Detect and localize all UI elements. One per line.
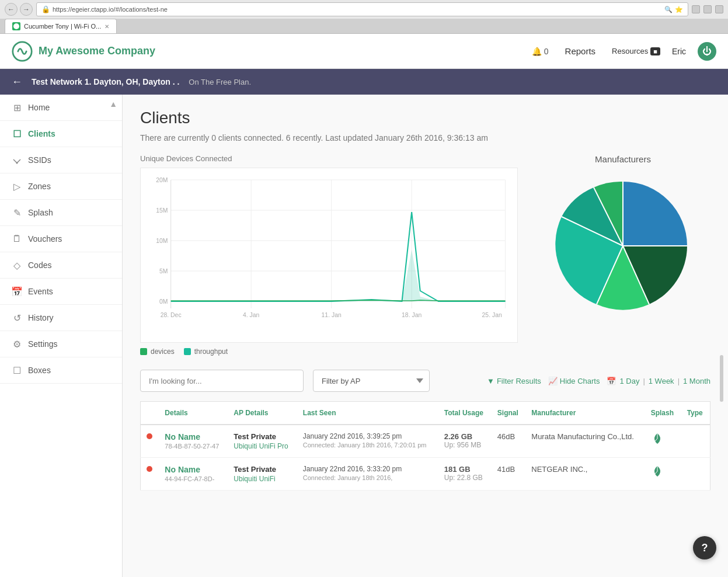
sidebar-collapse-button[interactable]: ▲ [109,99,117,109]
sidebar-item-clients[interactable]: ☐ Clients [0,121,122,147]
sidebar: ▲ ⊞ Home ☐ Clients SSIDs ▷ Zones ✎ Splas… [0,95,123,577]
page-title: Clients [140,109,710,127]
tab-favicon [12,22,20,30]
col-ap-details: AP Details [228,402,297,425]
search-input[interactable] [140,370,304,392]
tab-close-icon[interactable]: ✕ [105,23,109,30]
home-icon: ⊞ [12,102,22,113]
sidebar-item-settings[interactable]: ⚙ Settings [0,331,122,357]
active-tab[interactable]: Cucumber Tony | Wi-Fi O... ✕ [5,19,117,33]
bell-icon: 🔔 [532,47,542,56]
sidebar-item-home[interactable]: ⊞ Home [0,95,122,121]
filter-results-label: Filter Results [497,377,541,385]
status-dot [147,433,152,439]
scrollbar[interactable] [720,355,723,402]
svg-text:11. Jan: 11. Jan [322,312,342,318]
type-cell [681,425,710,458]
svg-text:18. Jan: 18. Jan [402,312,422,318]
browser-chrome: ← → 🔒 https://egeier.ctapp.io/#/location… [0,0,728,34]
sidebar-item-events[interactable]: 📅 Events [0,279,122,305]
power-button[interactable]: ⏻ [698,42,716,61]
hide-charts-label: Hide Charts [560,377,600,385]
sidebar-item-codes[interactable]: ◇ Codes [0,252,122,279]
status-cell [141,425,159,458]
svg-text:5M: 5M [159,268,168,274]
url-text: https://egeier.ctapp.io/#/locations/test… [53,6,662,13]
sub-header: ← Test Network 1. Dayton, OH, Dayton . .… [0,69,728,95]
time-1month[interactable]: 1 Month [683,377,710,385]
browser-titlebar: ← → 🔒 https://egeier.ctapp.io/#/location… [0,0,728,19]
resources-link[interactable]: Resources ■ [612,47,660,55]
table-row: No Name 78-4B-87-50-27-47 Test Private U… [141,425,710,458]
ap-filter-select[interactable]: Filter by AP [313,370,430,392]
forward-button[interactable]: → [20,3,33,16]
splash-icon: ✎ [12,207,22,218]
page-subtitle: There are currently 0 clients connected.… [140,133,710,142]
sidebar-item-label: Boxes [28,366,51,375]
back-button[interactable]: ← [5,3,18,16]
chart-label: Unique Devices Connected [140,154,518,163]
main-content: Clients There are currently 0 clients co… [123,95,728,577]
bell-notification[interactable]: 🔔 0 [532,47,549,56]
sidebar-item-zones[interactable]: ▷ Zones [0,173,122,200]
help-button[interactable]: ? [693,536,716,559]
plan-label: On The Free Plan. [189,78,251,86]
ap-details-cell: Test Private Ubiquiti UniFi Pro [228,425,297,458]
type-cell [681,458,710,491]
last-seen-secondary: Connected: January 18th 2016, [303,474,433,481]
sidebar-item-ssids[interactable]: SSIDs [0,147,122,173]
last-seen-cell: January 22nd 2016, 3:39:25 pm Connected:… [297,425,438,458]
col-status [141,402,159,425]
close-button[interactable] [715,5,723,13]
vouchers-icon: 🗒 [12,234,22,244]
sidebar-item-label: SSIDs [28,155,51,165]
splash-cell [645,425,681,458]
sidebar-item-label: Zones [28,182,51,191]
svg-text:25. Jan: 25. Jan [482,312,502,318]
total-usage: 181 GB [444,465,486,474]
table-row: No Name 44-94-FC-A7-8D- Test Private Ubi… [141,458,710,491]
last-seen-cell: January 22nd 2016, 3:33:20 pm Connected:… [297,458,438,491]
col-details: Details [159,402,228,425]
splash-icon [651,468,664,480]
sidebar-item-boxes[interactable]: ☐ Boxes [0,357,122,384]
sidebar-item-label: History [28,313,54,322]
ap-name: Test Private [234,432,291,441]
devices-legend-color [140,348,147,355]
maximize-button[interactable] [703,5,712,13]
last-seen-primary: January 22nd 2016, 3:39:25 pm [303,432,433,440]
company-name: My Awesome Company [39,45,155,57]
sidebar-item-label: Home [28,103,50,112]
signal-cell: 41dB [492,458,526,491]
hide-charts-button[interactable]: 📈 Hide Charts [548,377,600,385]
zones-icon: ▷ [12,181,22,192]
calendar-icon: 📅 [607,377,616,385]
filter-icon: ▼ [487,377,494,385]
browser-nav: ← → [5,3,33,16]
svg-text:28. Dec: 28. Dec [161,312,182,318]
back-nav-button[interactable]: ← [12,76,22,88]
main-layout: ▲ ⊞ Home ☐ Clients SSIDs ▷ Zones ✎ Splas… [0,95,728,577]
filter-results-button[interactable]: ▼ Filter Results [487,377,541,385]
url-bar[interactable]: 🔒 https://egeier.ctapp.io/#/locations/te… [36,2,688,16]
resources-label: Resources [612,47,648,55]
col-manufacturer: Manufacturer [525,402,645,425]
sidebar-item-history[interactable]: ↺ History [0,305,122,331]
last-seen-secondary: Connected: January 18th 2016, 7:20:01 pm [303,442,433,449]
client-mac: 44-94-FC-A7-8D- [165,475,222,482]
legend-devices: devices [140,347,175,356]
time-1day[interactable]: 1 Day [619,377,639,385]
sidebar-item-splash[interactable]: ✎ Splash [0,200,122,226]
header-right: 🔔 0 Reports Resources ■ Eric ⏻ [532,42,716,61]
client-name[interactable]: No Name [165,465,222,474]
minimize-button[interactable] [692,5,700,13]
sidebar-item-vouchers[interactable]: 🗒 Vouchers [0,226,122,252]
svg-text:10M: 10M [156,238,168,244]
client-name[interactable]: No Name [165,432,222,442]
reports-link[interactable]: Reports [560,44,601,58]
line-chart-container: Unique Devices Connected [140,154,518,356]
time-1week[interactable]: 1 Week [649,377,674,385]
filter-bar: Filter by AP ▼ Filter Results 📈 Hide Cha… [140,370,710,392]
client-mac: 78-4B-87-50-27-47 [165,443,222,450]
signal-cell: 46dB [492,425,526,458]
